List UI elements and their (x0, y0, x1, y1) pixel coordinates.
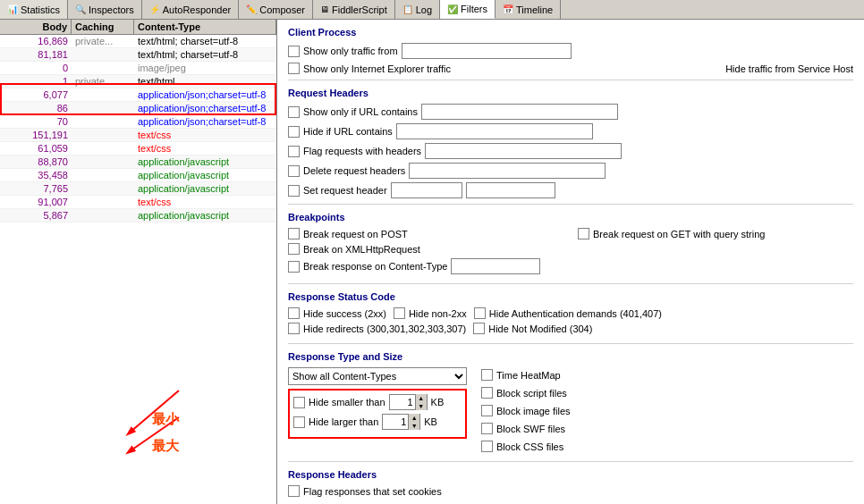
checkbox-show-ie[interactable] (288, 63, 300, 74)
label-flag-cookies: Flag responses that set cookies (303, 486, 442, 497)
input-delete-request[interactable] (409, 163, 606, 179)
input-show-traffic[interactable] (402, 43, 572, 59)
checkbox-block-swf[interactable] (481, 423, 493, 434)
checkbox-delete-request[interactable] (288, 165, 300, 177)
cell-body: 91,007 (0, 196, 72, 208)
checkbox-show-traffic[interactable] (288, 46, 300, 57)
list-item[interactable]: 70application/json;charset=utf-8 (0, 115, 276, 129)
cell-contenttype: application/javascript (134, 209, 276, 222)
checkbox-block-script[interactable] (481, 387, 493, 399)
cell-caching (72, 102, 134, 114)
spinner-smaller[interactable]: ▲ ▼ (389, 394, 428, 410)
checkbox-break-get[interactable] (578, 228, 589, 239)
checkbox-hide-smaller[interactable] (293, 397, 305, 408)
tab-statistics[interactable]: 📊 Statistics (0, 0, 68, 19)
cell-contenttype: application/json;charset=utf-8 (134, 115, 276, 128)
row-hide-not-modified: Hide Not Modified (304) (473, 323, 592, 334)
checkbox-break-post[interactable] (288, 228, 300, 239)
checkbox-show-url[interactable] (288, 106, 300, 118)
tab-filters[interactable]: ✅ Filters (440, 0, 496, 19)
list-item[interactable]: 6,077application/json;charset=utf-8 (0, 88, 276, 102)
list-item[interactable]: 88,870application/javascript (0, 155, 276, 169)
list-item[interactable]: 1privatetext/html (0, 75, 276, 88)
tab-fiddlerscript[interactable]: 🖥 FiddlerScript (313, 0, 395, 19)
label-larger-unit: KB (424, 416, 437, 427)
tab-statistics-label: Statistics (21, 4, 60, 15)
label-hide-success: Hide success (2xx) (303, 308, 386, 319)
list-item[interactable]: 5,867application/javascript (0, 209, 276, 223)
checkbox-hide-non2xx[interactable] (394, 307, 405, 319)
checkbox-break-content[interactable] (288, 261, 300, 273)
tab-filters-label: Filters (461, 4, 487, 14)
header-caching: Caching (72, 20, 134, 34)
tab-inspectors[interactable]: 🔍 Inspectors (68, 0, 142, 19)
spinner-larger[interactable]: ▲ ▼ (382, 414, 420, 430)
label-time-heatmap: Time HeatMap (496, 370, 561, 381)
list-item[interactable]: 91,007text/css (0, 196, 276, 209)
content-type-select[interactable]: Show all Content-TypesHide image filesSh… (288, 367, 467, 385)
list-item[interactable]: 16,869private...text/html; charset=utf-8 (0, 35, 276, 48)
checkbox-hide-larger[interactable] (293, 416, 305, 428)
section-request-headers: Request Headers (288, 88, 853, 98)
label-break-xml: Break on XMLHttpRequest (303, 244, 420, 255)
checkbox-block-css[interactable] (481, 441, 493, 452)
sep3 (288, 283, 853, 284)
label-block-swf: Block SWF files (496, 424, 565, 434)
checkbox-break-xml[interactable] (288, 243, 300, 255)
checkbox-hide-auth[interactable] (474, 307, 486, 319)
row-hide-success: Hide success (2xx) (288, 307, 386, 319)
spinner-smaller-up[interactable]: ▲ (416, 394, 427, 402)
tab-composer[interactable]: ✏️ Composer (239, 0, 313, 19)
list-item[interactable]: 7,765application/javascript (0, 182, 276, 196)
row-flag-requests: Flag requests with headers (288, 143, 853, 159)
input-hide-url[interactable] (396, 123, 593, 139)
checkbox-set-request[interactable] (288, 185, 300, 197)
cell-caching (72, 48, 134, 61)
tab-autoresponder[interactable]: ⚡ AutoResponder (142, 0, 239, 19)
spinner-smaller-down[interactable]: ▼ (416, 402, 427, 410)
checkbox-flag-requests[interactable] (288, 146, 300, 157)
list-item[interactable]: 0image/jpeg (0, 62, 276, 75)
tab-timeline[interactable]: 📅 Timeline (496, 0, 561, 19)
spinner-larger-up[interactable]: ▲ (409, 414, 419, 422)
spinner-larger-down[interactable]: ▼ (409, 422, 419, 430)
breakpoints-row: Break request on POST Break on XMLHttpRe… (288, 228, 853, 278)
cell-contenttype: text/html (134, 75, 276, 88)
cell-caching (72, 182, 134, 195)
cell-contenttype: text/css (134, 129, 276, 141)
autoresponder-icon: ⚡ (149, 4, 160, 14)
list-item[interactable]: 86application/json;charset=utf-8 (0, 102, 276, 115)
input-show-url[interactable] (421, 104, 618, 120)
input-larger[interactable] (383, 416, 408, 427)
input-set-request1[interactable] (391, 182, 462, 198)
row-block-image: Block image files (481, 405, 571, 416)
statistics-icon: 📊 (7, 4, 18, 14)
label-break-content: Break response on Content-Type (303, 261, 447, 272)
row-set-request: Set request header (288, 182, 853, 198)
checkbox-time-heatmap[interactable] (481, 369, 493, 381)
cell-body: 6,077 (0, 88, 72, 101)
tab-log[interactable]: 📋 Log (395, 0, 440, 19)
list-body: 16,869private...text/html; charset=utf-8… (0, 35, 276, 223)
cell-caching (72, 62, 134, 74)
input-set-request2[interactable] (466, 182, 555, 198)
input-smaller[interactable] (390, 397, 415, 407)
checkbox-hide-redirects[interactable] (288, 323, 300, 334)
checkbox-hide-not-modified[interactable] (473, 323, 485, 334)
checkbox-block-image[interactable] (481, 405, 493, 416)
cell-contenttype: text/html; charset=utf-8 (134, 35, 276, 47)
checkbox-hide-url[interactable] (288, 126, 300, 138)
list-item[interactable]: 61,059text/css (0, 142, 276, 155)
checkbox-flag-cookies[interactable] (288, 485, 300, 497)
section-response-headers: Response Headers (288, 469, 853, 480)
list-item[interactable]: 81,181text/html; charset=utf-8 (0, 48, 276, 62)
list-item[interactable]: 35,458application/javascript (0, 169, 276, 182)
input-flag-requests[interactable] (425, 143, 622, 159)
list-item[interactable]: 151,191text/css (0, 129, 276, 142)
input-break-content[interactable] (451, 258, 540, 274)
checkbox-hide-success[interactable] (288, 307, 300, 319)
row-show-ie: Show only Internet Explorer traffic Hide… (288, 63, 853, 74)
label-block-script: Block script files (496, 388, 567, 399)
tab-fiddlerscript-label: FiddlerScript (332, 4, 387, 15)
cell-contenttype: text/html; charset=utf-8 (134, 48, 276, 61)
